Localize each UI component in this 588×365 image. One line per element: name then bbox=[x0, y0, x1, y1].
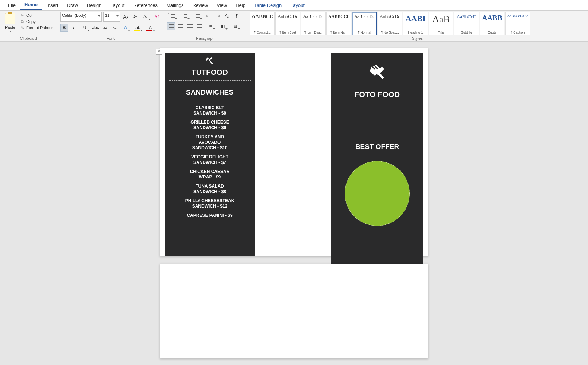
italic-button[interactable]: I bbox=[70, 24, 78, 32]
fork-knife-icon bbox=[333, 64, 421, 84]
justify-icon bbox=[197, 24, 202, 28]
table-move-handle[interactable]: ✥ bbox=[156, 49, 162, 55]
style--item-cost[interactable]: AaBbCcDc¶ Item Cost bbox=[275, 12, 300, 35]
paintbrush-icon: ✎ bbox=[20, 25, 25, 30]
subscript-button[interactable]: x2 bbox=[101, 24, 109, 32]
shading-button[interactable]: ◧ bbox=[217, 22, 228, 30]
chevron-down-icon[interactable]: ▾ bbox=[9, 30, 11, 33]
tab-draw[interactable]: Draw bbox=[63, 1, 82, 10]
style-title[interactable]: AaBTitle bbox=[429, 12, 453, 35]
bullet-list-icon bbox=[170, 14, 175, 18]
menu-left-panel[interactable]: TUTFOOD SANDWICHES CLASSIC BLTSANDWICH -… bbox=[165, 53, 255, 256]
style-heading-1[interactable]: AABIHeading 1 bbox=[403, 12, 428, 35]
font-name-select[interactable]: Calibri (Body) bbox=[60, 12, 102, 22]
tab-view[interactable]: View bbox=[212, 1, 231, 10]
page-2[interactable] bbox=[160, 264, 428, 358]
tab-help[interactable]: Help bbox=[231, 1, 250, 10]
align-center-button[interactable] bbox=[177, 22, 185, 30]
format-painter-button[interactable]: ✎Format Painter bbox=[20, 25, 53, 30]
multilevel-list-button[interactable] bbox=[192, 12, 203, 20]
menu-item[interactable]: TURKEY ANDAVOCADOSANDWICH - $10 bbox=[171, 134, 248, 151]
style--caption[interactable]: AaBbCcDdEe¶ Caption bbox=[505, 12, 530, 35]
fork-knife-icon bbox=[167, 56, 252, 67]
borders-button[interactable]: ▦ bbox=[230, 22, 241, 30]
ribbon-tabs: File Home Insert Draw Design Layout Refe… bbox=[0, 0, 588, 11]
section-heading: SANDWICHES bbox=[171, 86, 248, 96]
menu-item[interactable]: CAPRESE PANINI - $9 bbox=[171, 213, 248, 218]
align-left-button[interactable] bbox=[167, 22, 175, 30]
group-paragraph: ⇤ ⇥ A↓ ¶ ≡ ◧ ▦ Paragr bbox=[164, 11, 247, 41]
superscript-button[interactable]: x2 bbox=[111, 24, 119, 32]
increase-indent-button[interactable]: ⇥ bbox=[214, 12, 222, 20]
numbered-list-button[interactable] bbox=[179, 12, 190, 20]
strikethrough-button[interactable]: abc bbox=[92, 24, 100, 32]
copy-icon: ⧉ bbox=[20, 19, 25, 24]
borders-icon: ▦ bbox=[233, 24, 237, 29]
show-marks-button[interactable]: ¶ bbox=[233, 12, 241, 20]
underline-button[interactable]: U bbox=[79, 24, 90, 32]
tab-file[interactable]: File bbox=[4, 1, 20, 10]
tab-insert[interactable]: Insert bbox=[42, 1, 63, 10]
brand-title-right: FOTO FOOD bbox=[333, 90, 421, 99]
tab-home[interactable]: Home bbox=[20, 0, 42, 10]
tab-table-layout[interactable]: Layout bbox=[286, 1, 309, 10]
style--no-spac-[interactable]: AaBbCcDc¶ No Spac... bbox=[378, 12, 402, 35]
tab-design[interactable]: Design bbox=[82, 1, 106, 10]
menu-right-panel[interactable]: FOTO FOOD BEST OFFER bbox=[331, 53, 423, 272]
bullet-list-button[interactable] bbox=[167, 12, 178, 20]
group-clipboard: Paste ▾ ✂Cut ⧉Copy ✎Format Painter Clipb… bbox=[0, 11, 57, 41]
menu-item[interactable]: PHILLY CHEESESTEAKSANDWICH - $12 bbox=[171, 198, 248, 209]
shrink-font-button[interactable]: A▾ bbox=[131, 13, 139, 21]
menu-item[interactable]: VEGGIE DELIGHTSANDWICH - $7 bbox=[171, 154, 248, 165]
decrease-indent-button[interactable]: ⇤ bbox=[204, 12, 212, 20]
align-left-icon bbox=[169, 24, 174, 28]
tab-review[interactable]: Review bbox=[188, 1, 213, 10]
menu-section[interactable]: SANDWICHES CLASSIC BLTSANDWICH - $8GRILL… bbox=[169, 80, 251, 226]
font-color-button[interactable]: A bbox=[145, 24, 156, 32]
tab-layout[interactable]: Layout bbox=[106, 1, 129, 10]
align-right-button[interactable] bbox=[186, 22, 194, 30]
menu-item[interactable]: TUNA SALADSANDWICH - $8 bbox=[171, 184, 248, 195]
menu-item[interactable]: GRILLED CHEESESANDWICH - $6 bbox=[171, 120, 248, 131]
align-center-icon bbox=[178, 24, 183, 28]
highlight-button[interactable]: ab bbox=[132, 24, 143, 32]
sort-button[interactable]: A↓ bbox=[223, 12, 231, 20]
clear-formatting-button[interactable]: A⃠ bbox=[153, 13, 161, 21]
copy-button[interactable]: ⧉Copy bbox=[20, 19, 53, 24]
group-label: Styles bbox=[250, 35, 585, 41]
menu-item[interactable]: CLASSIC BLTSANDWICH - $8 bbox=[171, 105, 248, 116]
multilevel-list-icon bbox=[195, 14, 200, 18]
group-styles: AABBCC¶ Contact...AaBbCcDc¶ Item CostAaB… bbox=[247, 11, 588, 41]
change-case-button[interactable]: Aa bbox=[140, 13, 151, 21]
brand-title-left: TUTFOOD bbox=[167, 68, 252, 77]
group-label: Font bbox=[60, 35, 161, 41]
group-font: Calibri (Body) 11 A▴ A▾ Aa A⃠ B I U abc … bbox=[57, 11, 164, 41]
justify-button[interactable] bbox=[196, 22, 204, 30]
tab-table-design[interactable]: Table Design bbox=[250, 1, 286, 10]
paste-icon bbox=[5, 13, 15, 24]
tab-mailings[interactable]: Mailings bbox=[162, 1, 188, 10]
menu-item[interactable]: CHICKEN CAESARWRAP - $9 bbox=[171, 169, 248, 180]
line-spacing-button[interactable]: ≡ bbox=[205, 22, 216, 30]
document-area[interactable]: ✥ TUTFOOD SANDWICHES CLASSIC BLTSANDWICH… bbox=[0, 42, 588, 365]
font-size-select[interactable]: 11 bbox=[103, 12, 120, 22]
style-subtitle[interactable]: AaBbCcDSubtitle bbox=[454, 12, 479, 35]
paste-button[interactable]: Paste ▾ bbox=[3, 12, 18, 33]
grow-font-button[interactable]: A▴ bbox=[121, 13, 129, 21]
style--normal[interactable]: AaBbCcDc¶ Normal bbox=[352, 12, 377, 35]
bold-button[interactable]: B bbox=[60, 24, 68, 32]
align-right-icon bbox=[187, 24, 193, 28]
style--item-na-[interactable]: AABBCCD¶ Item Na... bbox=[326, 12, 351, 35]
best-offer-heading: BEST OFFER bbox=[333, 143, 421, 151]
ribbon: Paste ▾ ✂Cut ⧉Copy ✎Format Painter Clipb… bbox=[0, 11, 588, 42]
page-1[interactable]: ✥ TUTFOOD SANDWICHES CLASSIC BLTSANDWICH… bbox=[160, 48, 428, 256]
text-effects-button[interactable]: A bbox=[120, 24, 131, 32]
style--contact-[interactable]: AABBCC¶ Contact... bbox=[250, 12, 275, 35]
tab-references[interactable]: References bbox=[129, 1, 162, 10]
style--item-des-[interactable]: AaBbCcDc¶ Item Des... bbox=[301, 12, 326, 35]
group-label: Clipboard bbox=[3, 35, 54, 41]
style-quote[interactable]: AABBQuote bbox=[480, 12, 504, 35]
cut-button[interactable]: ✂Cut bbox=[20, 13, 53, 18]
offer-circle-shape[interactable] bbox=[345, 161, 410, 226]
scissors-icon: ✂ bbox=[20, 13, 25, 18]
